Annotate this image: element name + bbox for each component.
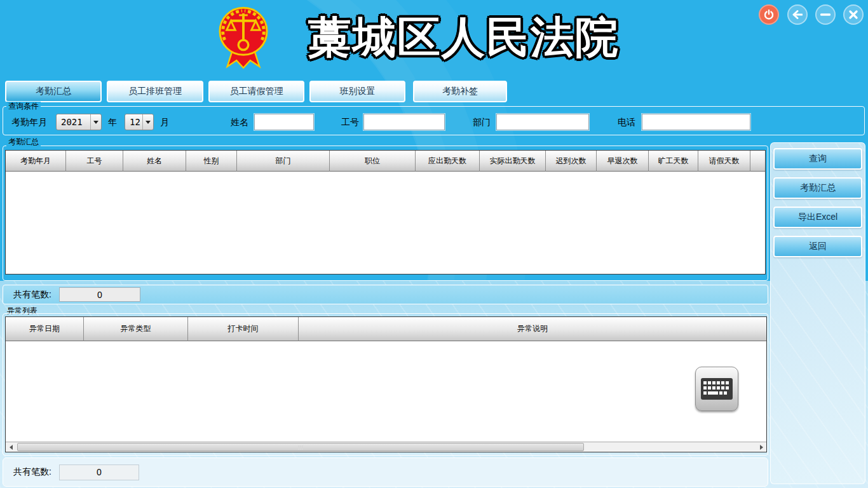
name-label: 姓名 <box>231 117 248 128</box>
employee-id-label: 工号 <box>341 117 359 128</box>
department-input[interactable] <box>496 114 589 130</box>
phone-input[interactable] <box>642 114 750 130</box>
column-header: 性别 <box>186 151 237 172</box>
column-header: 工号 <box>66 151 123 172</box>
scroll-left-icon <box>10 445 13 450</box>
scroll-right-button[interactable] <box>756 442 766 452</box>
chevron-down-icon <box>93 121 98 124</box>
court-emblem-logo <box>219 5 268 70</box>
summary-table[interactable]: 考勤年月 工号 姓名 性别 部门 职位 应出勤天数 实际出勤天数 迟到次数 早退… <box>5 150 766 274</box>
back-button[interactable] <box>787 4 808 25</box>
summary-legend: 考勤汇总 <box>6 137 41 146</box>
close-icon <box>849 10 858 19</box>
column-header-filler <box>750 151 765 172</box>
tab-shift-settings[interactable]: 班别设置 <box>309 81 405 102</box>
month-suffix-label: 月 <box>160 117 169 128</box>
attendance-month-label: 考勤年月 <box>11 117 47 128</box>
month-select-arrow[interactable] <box>142 114 153 130</box>
column-header: 异常日期 <box>6 317 84 341</box>
exceptions-count-bar: 共有笔数: 0 <box>3 458 768 487</box>
scrollbar-thumb[interactable] <box>17 443 584 451</box>
summary-total-value: 0 <box>59 287 140 302</box>
exceptions-table[interactable]: 异常日期 异常类型 打卡时间 异常说明 <box>5 316 767 452</box>
chevron-down-icon <box>146 121 151 124</box>
page-title: 藁城区人民法院 <box>267 5 661 69</box>
month-select-value: 12 <box>125 117 142 127</box>
back-icon <box>792 10 803 19</box>
column-header: 姓名 <box>123 151 186 172</box>
phone-label: 电话 <box>618 117 635 128</box>
on-screen-keyboard-button[interactable] <box>695 367 738 411</box>
summary-total-label: 共有笔数: <box>13 289 51 301</box>
query-button[interactable]: 查询 <box>773 148 862 170</box>
scroll-left-button[interactable] <box>6 442 16 452</box>
minimize-button[interactable] <box>815 4 836 25</box>
department-label: 部门 <box>473 117 491 128</box>
month-select[interactable]: 12 <box>125 114 154 130</box>
column-header: 应出勤天数 <box>416 151 480 172</box>
horizontal-scrollbar[interactable] <box>6 442 766 452</box>
year-select[interactable]: 2021 <box>56 114 102 130</box>
column-header: 打卡时间 <box>188 317 299 341</box>
column-header: 异常说明 <box>299 317 766 341</box>
year-select-arrow[interactable] <box>90 114 101 130</box>
year-suffix-label: 年 <box>108 117 117 128</box>
column-header: 请假天数 <box>698 151 750 172</box>
attendance-summary-button[interactable]: 考勤汇总 <box>773 177 862 199</box>
summary-count-bar: 共有笔数: 0 <box>3 285 768 304</box>
summary-table-header: 考勤年月 工号 姓名 性别 部门 职位 应出勤天数 实际出勤天数 迟到次数 早退… <box>6 151 765 172</box>
power-icon <box>764 10 774 20</box>
column-header: 异常类型 <box>84 317 188 341</box>
column-header: 早退次数 <box>597 151 649 172</box>
app-window: 藁城区人民法院 考勤汇总 员工排班管理 员工请假管理 班别设置 考勤补签 查询条… <box>0 0 868 488</box>
exceptions-total-label: 共有笔数: <box>13 466 51 478</box>
power-button[interactable] <box>759 4 779 25</box>
close-button[interactable] <box>843 4 864 25</box>
column-header: 迟到次数 <box>546 151 597 172</box>
return-button[interactable]: 返回 <box>773 236 862 257</box>
column-header: 职位 <box>330 151 416 172</box>
tab-shift-scheduling[interactable]: 员工排班管理 <box>107 81 203 102</box>
column-header: 部门 <box>237 151 330 172</box>
employee-id-input[interactable] <box>363 114 445 130</box>
tab-attendance-makeup[interactable]: 考勤补签 <box>413 81 507 102</box>
scrollbar-grip-icon <box>299 445 303 450</box>
column-header: 实际出勤天数 <box>480 151 546 172</box>
exceptions-total-value: 0 <box>59 464 139 480</box>
keyboard-icon <box>701 378 733 400</box>
year-select-value: 2021 <box>57 117 90 127</box>
minimize-icon <box>820 13 831 17</box>
tab-leave-management[interactable]: 员工请假管理 <box>208 81 304 102</box>
exceptions-table-header: 异常日期 异常类型 打卡时间 异常说明 <box>6 317 766 341</box>
export-excel-button[interactable]: 导出Excel <box>773 207 862 228</box>
name-input[interactable] <box>254 114 314 130</box>
column-header: 旷工天数 <box>649 151 698 172</box>
query-conditions-legend: 查询条件 <box>6 102 41 111</box>
tab-attendance-summary[interactable]: 考勤汇总 <box>5 81 102 102</box>
column-header: 考勤年月 <box>6 151 66 172</box>
scroll-right-icon <box>760 445 763 450</box>
action-panel: 查询 考勤汇总 导出Excel 返回 <box>770 142 865 484</box>
